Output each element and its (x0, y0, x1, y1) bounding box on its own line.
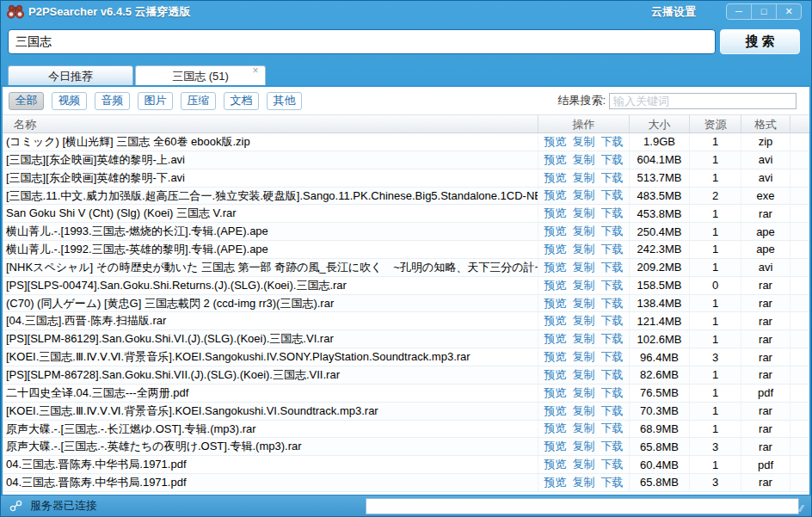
download-link[interactable]: 下载 (601, 170, 624, 186)
search-input[interactable] (8, 29, 716, 54)
preview-link[interactable]: 预览 (544, 170, 567, 186)
copy-link[interactable]: 复制 (573, 206, 595, 221)
filter-button-other[interactable]: 其他 (267, 92, 302, 110)
copy-link[interactable]: 复制 (573, 331, 595, 347)
preview-link[interactable]: 预览 (544, 403, 567, 419)
copy-link[interactable]: 复制 (573, 367, 595, 383)
download-link[interactable]: 下载 (601, 331, 624, 347)
search-button[interactable]: 搜 索 (720, 29, 800, 54)
preview-link[interactable]: 预览 (544, 385, 567, 401)
preview-link[interactable]: 预览 (544, 457, 567, 472)
table-row[interactable]: 原声大碟.-.[三国志.-.长江燃ゆ.OST].专辑.(mp3).rar预览复制… (3, 421, 809, 439)
preview-link[interactable]: 预览 (544, 260, 567, 275)
preview-link[interactable]: 预览 (544, 367, 567, 383)
tab-today-recommend[interactable]: 今日推荐 (8, 65, 133, 86)
tab-search-result[interactable]: 三国志 (51) × (135, 65, 266, 86)
table-row[interactable]: 原声大碟.-.[三国志.-.英雄たちの夜明け.OST].专辑.(mp3).rar… (3, 438, 809, 456)
copy-link[interactable]: 复制 (573, 296, 595, 311)
download-link[interactable]: 下载 (601, 134, 624, 150)
column-header-action[interactable]: 操作 (538, 115, 629, 132)
preview-link[interactable]: 预览 (544, 134, 567, 150)
table-row[interactable]: San Goku Shi V (Cht) (Slg) (Koei) 三国志 V.… (3, 205, 809, 223)
preview-link[interactable]: 预览 (544, 475, 567, 490)
filter-button-video[interactable]: 视频 (52, 92, 87, 110)
copy-link[interactable]: 复制 (573, 439, 595, 454)
minimize-button[interactable]: ─ (727, 4, 751, 19)
preview-link[interactable]: 预览 (544, 224, 567, 239)
copy-link[interactable]: 复制 (573, 403, 595, 419)
column-header-sources[interactable]: 资源 (689, 115, 741, 132)
download-link[interactable]: 下载 (601, 385, 624, 401)
table-row[interactable]: [PS][SLPM-86129].San.Goku.Shi.VI.(J).(SL… (3, 330, 809, 348)
preview-link[interactable]: 预览 (544, 439, 567, 454)
copy-link[interactable]: 复制 (573, 475, 595, 490)
download-link[interactable]: 下载 (601, 260, 624, 275)
copy-link[interactable]: 复制 (573, 313, 595, 329)
download-link[interactable]: 下载 (601, 421, 624, 436)
cloud-play-settings-button[interactable]: 云播设置 (651, 1, 696, 23)
result-search-input[interactable] (609, 93, 797, 109)
copy-link[interactable]: 复制 (573, 278, 595, 293)
download-link[interactable]: 下载 (601, 242, 624, 257)
copy-link[interactable]: 复制 (573, 349, 595, 365)
download-link[interactable]: 下载 (601, 475, 624, 490)
preview-link[interactable]: 预览 (544, 296, 567, 311)
table-row[interactable]: 二十四史全译.04.三国志---全两册.pdf预览复制下载76.5MB1pdf (3, 385, 809, 403)
copy-link[interactable]: 复制 (573, 260, 595, 275)
table-row[interactable]: [KOEI.三国志.Ⅲ.Ⅳ.Ⅴ.Ⅵ.背景音乐].KOEI.Sangokushi.… (3, 348, 809, 366)
table-row[interactable]: (コミック) [横山光輝] 三国志 全60巻 ebook版.zip预览复制下载1… (3, 133, 809, 151)
resize-grip[interactable]: ⁄⁄ (800, 503, 809, 514)
copy-link[interactable]: 复制 (573, 421, 595, 436)
tab-close-icon[interactable]: × (250, 66, 261, 77)
preview-link[interactable]: 预览 (544, 313, 567, 329)
download-link[interactable]: 下载 (601, 439, 624, 454)
filter-button-audio[interactable]: 音频 (95, 92, 130, 110)
download-link[interactable]: 下载 (601, 403, 624, 419)
column-header-size[interactable]: 大小 (629, 115, 689, 132)
table-row[interactable]: 04.三国志.晋陈寿.中华书局.1971.pdf预览复制下载60.4MB1pdf (3, 456, 809, 474)
preview-link[interactable]: 预览 (544, 242, 567, 257)
table-row[interactable]: (C70) (同人ゲーム) [黄忠G] 三国志載閃 2 (ccd-img rr3… (3, 295, 809, 313)
download-link[interactable]: 下载 (601, 278, 624, 293)
status-bar-input[interactable] (366, 498, 799, 514)
copy-link[interactable]: 复制 (573, 152, 595, 168)
table-row[interactable]: [04.三国志].西晋·陈寿.扫描版.rar预览复制下载121.4MB1rar (3, 312, 809, 330)
preview-link[interactable]: 预览 (544, 188, 567, 203)
filter-button-all[interactable]: 全部 (9, 92, 44, 110)
copy-link[interactable]: 复制 (573, 170, 595, 186)
table-row[interactable]: [三国志][东企映画]英雄的黎明-上.avi预览复制下载604.1MB1avi (3, 151, 809, 169)
copy-link[interactable]: 复制 (573, 457, 595, 472)
preview-link[interactable]: 预览 (544, 421, 567, 436)
preview-link[interactable]: 预览 (544, 331, 567, 347)
filter-button-image[interactable]: 图片 (138, 92, 173, 110)
table-row[interactable]: [PS][SLPM-86728].San.Goku.Shi.VII.(J).(S… (3, 366, 809, 385)
table-row[interactable]: [KOEI.三国志.Ⅲ.Ⅳ.Ⅴ.Ⅵ.背景音乐].KOEI.Sangokushi.… (3, 403, 809, 421)
column-header-name[interactable]: 名称 (3, 115, 538, 132)
maximize-button[interactable]: □ (751, 4, 776, 19)
table-row[interactable]: 横山菁儿.-.[1993.三国志-燃烧的长江].专辑.(APE).ape预览复制… (3, 223, 809, 241)
preview-link[interactable]: 预览 (544, 152, 567, 168)
download-link[interactable]: 下载 (601, 206, 624, 221)
close-button[interactable]: ✕ (776, 4, 801, 19)
download-link[interactable]: 下载 (601, 367, 624, 383)
title-bar[interactable]: P2PSearcher v6.4.5 云播穿透版 云播设置 ─ □ ✕ (1, 1, 811, 25)
download-link[interactable]: 下载 (601, 224, 624, 239)
download-link[interactable]: 下载 (601, 349, 624, 365)
table-row[interactable]: [NHKスペシャル] その時歴史が動いた 三国志 第一部 奇跡の風_長江に吹く … (3, 259, 809, 277)
column-header-format[interactable]: 格式 (741, 115, 790, 132)
preview-link[interactable]: 预览 (544, 278, 567, 293)
copy-link[interactable]: 复制 (573, 385, 595, 401)
download-link[interactable]: 下载 (601, 296, 624, 311)
filter-button-document[interactable]: 文档 (224, 92, 259, 110)
table-row[interactable]: 04.三国志.晋陈寿.中华书局.1971.pdf预览复制下载65.8MB3rar (3, 474, 809, 492)
table-row[interactable]: [三国志][东企映画]英雄的黎明-下.avi预览复制下载513.7MB1avi (3, 169, 809, 188)
copy-link[interactable]: 复制 (573, 188, 595, 203)
filter-button-archive[interactable]: 压缩 (181, 92, 216, 110)
copy-link[interactable]: 复制 (573, 224, 595, 239)
table-row[interactable]: 横山菁儿.-.[1992.三国志-英雄的黎明].专辑.(APE).ape预览复制… (3, 241, 809, 259)
copy-link[interactable]: 复制 (573, 242, 595, 257)
copy-link[interactable]: 复制 (573, 134, 595, 150)
download-link[interactable]: 下载 (601, 188, 624, 203)
table-row[interactable]: [PS][SLPS-00474].San.Goku.Shi.Returns.(J… (3, 277, 809, 295)
table-row[interactable]: [三国志.11.中文.威力加强版.超高压二合一.独立安装.硬盘版].Sango.… (3, 188, 809, 206)
